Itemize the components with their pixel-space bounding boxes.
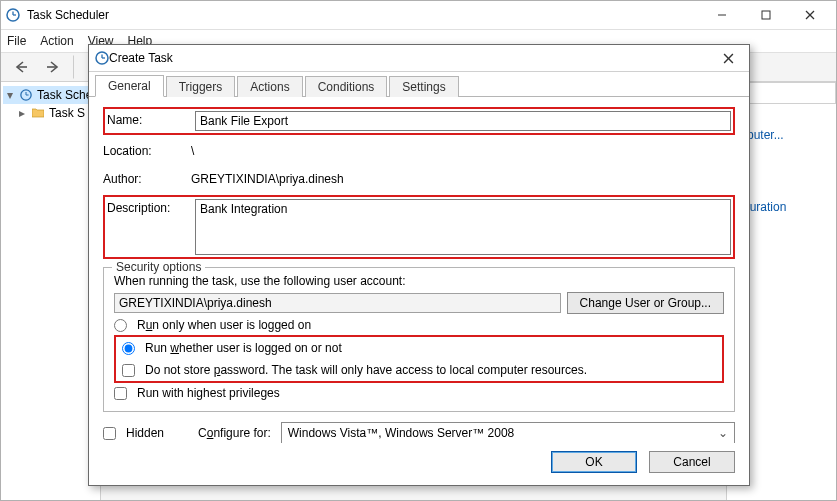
highest-privileges-label: Run with highest privileges bbox=[137, 386, 280, 400]
clock-icon bbox=[95, 51, 109, 65]
account-display: GREYTIXINDIA\priya.dinesh bbox=[114, 293, 561, 313]
author-row: Author: GREYTIXINDIA\priya.dinesh bbox=[103, 167, 735, 191]
chevron-right-icon: ▸ bbox=[17, 106, 27, 120]
security-caption: When running the task, use the following… bbox=[114, 274, 724, 288]
name-input[interactable] bbox=[195, 111, 731, 131]
run-only-logged-on-label: Run only when user is logged on bbox=[137, 318, 311, 332]
menu-file[interactable]: File bbox=[7, 34, 26, 48]
clock-icon bbox=[19, 88, 33, 102]
cancel-button[interactable]: Cancel bbox=[649, 451, 735, 473]
no-store-password-check[interactable]: Do not store password. The task will onl… bbox=[122, 363, 587, 377]
configure-for-value: Windows Vista™, Windows Server™ 2008 bbox=[288, 426, 515, 440]
tab-conditions[interactable]: Conditions bbox=[305, 76, 388, 97]
tab-strip: General Triggers Actions Conditions Sett… bbox=[89, 72, 749, 97]
tree-root-label: Task Sche bbox=[37, 88, 92, 102]
forward-button[interactable] bbox=[39, 55, 67, 79]
description-input[interactable]: Bank Integration bbox=[195, 199, 731, 255]
highest-privileges-check[interactable]: Run with highest privileges bbox=[114, 386, 724, 400]
description-label: Description: bbox=[107, 199, 189, 215]
highlight-description: Description: Bank Integration bbox=[103, 195, 735, 259]
name-label: Name: bbox=[107, 111, 189, 127]
run-whether-radio[interactable]: Run whether user is logged on or not bbox=[122, 341, 342, 355]
back-button[interactable] bbox=[7, 55, 35, 79]
run-whether-label: Run whether user is logged on or not bbox=[145, 341, 342, 355]
maximize-button[interactable] bbox=[744, 3, 788, 27]
create-task-dialog: Create Task General Triggers Actions Con… bbox=[88, 44, 750, 486]
location-row: Location: \ bbox=[103, 139, 735, 163]
tab-triggers[interactable]: Triggers bbox=[166, 76, 236, 97]
highest-privileges-input[interactable] bbox=[114, 387, 127, 400]
highlight-name: Name: bbox=[103, 107, 735, 135]
security-options-legend: Security options bbox=[112, 260, 205, 274]
tree-pane: ▾ Task Sche ▸ Task S bbox=[1, 82, 101, 500]
no-store-password-label: Do not store password. The task will onl… bbox=[145, 363, 587, 377]
window-buttons bbox=[700, 3, 832, 27]
bottom-row: Hidden Configure for: Windows Vista™, Wi… bbox=[103, 422, 735, 443]
highlight-run-whether: Run whether user is logged on or not Do … bbox=[114, 335, 724, 383]
close-button[interactable] bbox=[788, 3, 832, 27]
clock-icon bbox=[5, 7, 21, 23]
account-value: GREYTIXINDIA\priya.dinesh bbox=[119, 296, 272, 310]
run-whether-input[interactable] bbox=[122, 342, 135, 355]
dialog-title: Create Task bbox=[109, 51, 713, 65]
dialog-body: Name: Location: \ Author: GREYTIXINDIA\p… bbox=[89, 97, 749, 443]
hidden-label: Hidden bbox=[126, 426, 164, 440]
run-only-logged-on-input[interactable] bbox=[114, 319, 127, 332]
no-store-password-input[interactable] bbox=[122, 364, 135, 377]
folder-icon bbox=[31, 106, 45, 120]
configure-for-select[interactable]: Windows Vista™, Windows Server™ 2008 ⌄ bbox=[281, 422, 735, 443]
chevron-down-icon: ▾ bbox=[5, 88, 15, 102]
tree-child-item[interactable]: ▸ Task S bbox=[3, 104, 98, 122]
configure-for-label: Configure for: bbox=[198, 426, 271, 440]
tree-child-label: Task S bbox=[49, 106, 85, 120]
change-user-button[interactable]: Change User or Group... bbox=[567, 292, 724, 314]
tree-root-item[interactable]: ▾ Task Sche bbox=[3, 86, 98, 104]
titlebar: Task Scheduler bbox=[1, 1, 836, 30]
author-label: Author: bbox=[103, 172, 185, 186]
ok-button[interactable]: OK bbox=[551, 451, 637, 473]
hidden-input[interactable] bbox=[103, 427, 116, 440]
toolbar-separator bbox=[73, 55, 76, 79]
run-only-logged-on-radio[interactable]: Run only when user is logged on bbox=[114, 318, 724, 332]
account-row: GREYTIXINDIA\priya.dinesh Change User or… bbox=[114, 292, 724, 314]
svg-rect-4 bbox=[762, 11, 770, 19]
minimize-button[interactable] bbox=[700, 3, 744, 27]
chevron-down-icon: ⌄ bbox=[718, 426, 728, 440]
author-value: GREYTIXINDIA\priya.dinesh bbox=[191, 172, 344, 186]
dialog-titlebar: Create Task bbox=[89, 45, 749, 72]
location-label: Location: bbox=[103, 144, 185, 158]
dialog-close-button[interactable] bbox=[713, 48, 743, 68]
app-title: Task Scheduler bbox=[27, 8, 700, 22]
location-value: \ bbox=[191, 144, 194, 158]
tab-actions[interactable]: Actions bbox=[237, 76, 302, 97]
tab-settings[interactable]: Settings bbox=[389, 76, 458, 97]
menu-action[interactable]: Action bbox=[40, 34, 73, 48]
tab-general[interactable]: General bbox=[95, 75, 164, 97]
security-options-group: Security options When running the task, … bbox=[103, 267, 735, 412]
dialog-footer: OK Cancel bbox=[89, 443, 749, 485]
hidden-check[interactable]: Hidden bbox=[103, 426, 164, 440]
